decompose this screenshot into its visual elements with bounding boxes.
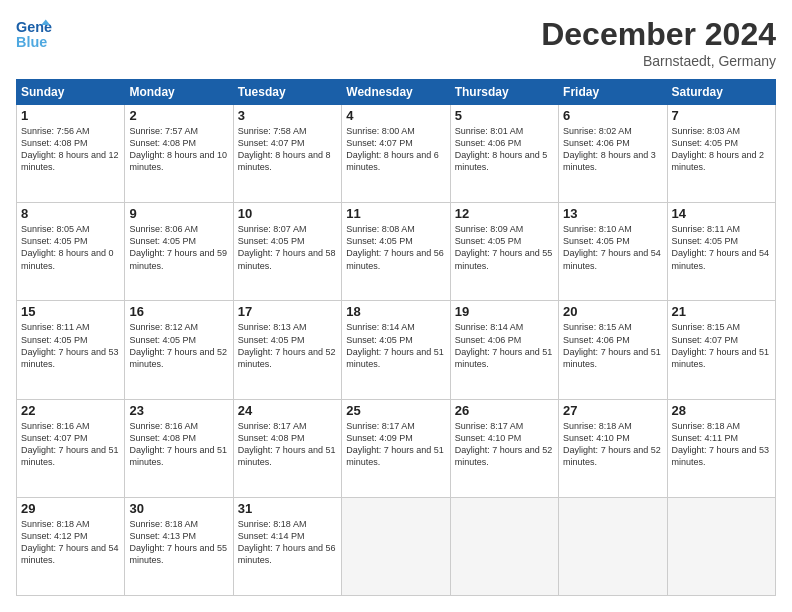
cell-content: Sunrise: 7:57 AMSunset: 4:08 PMDaylight:… [129,125,228,174]
table-row: 28Sunrise: 8:18 AMSunset: 4:11 PMDayligh… [667,399,775,497]
day-number: 27 [563,403,662,418]
cell-content: Sunrise: 8:06 AMSunset: 4:05 PMDaylight:… [129,223,228,272]
day-number: 26 [455,403,554,418]
day-number: 8 [21,206,120,221]
table-row [667,497,775,595]
table-row: 7Sunrise: 8:03 AMSunset: 4:05 PMDaylight… [667,105,775,203]
table-row: 8Sunrise: 8:05 AMSunset: 4:05 PMDaylight… [17,203,125,301]
col-wednesday: Wednesday [342,80,450,105]
cell-content: Sunrise: 8:00 AMSunset: 4:07 PMDaylight:… [346,125,445,174]
table-row: 5Sunrise: 8:01 AMSunset: 4:06 PMDaylight… [450,105,558,203]
page: General Blue December 2024 Barnstaedt, G… [0,0,792,612]
week-row: 15Sunrise: 8:11 AMSunset: 4:05 PMDayligh… [17,301,776,399]
day-number: 3 [238,108,337,123]
logo-icon: General Blue [16,16,52,52]
day-number: 1 [21,108,120,123]
table-row: 25Sunrise: 8:17 AMSunset: 4:09 PMDayligh… [342,399,450,497]
cell-content: Sunrise: 8:07 AMSunset: 4:05 PMDaylight:… [238,223,337,272]
day-number: 13 [563,206,662,221]
logo: General Blue [16,16,56,52]
table-row: 12Sunrise: 8:09 AMSunset: 4:05 PMDayligh… [450,203,558,301]
table-row: 24Sunrise: 8:17 AMSunset: 4:08 PMDayligh… [233,399,341,497]
day-number: 6 [563,108,662,123]
cell-content: Sunrise: 8:15 AMSunset: 4:07 PMDaylight:… [672,321,771,370]
table-row: 1Sunrise: 7:56 AMSunset: 4:08 PMDaylight… [17,105,125,203]
week-row: 8Sunrise: 8:05 AMSunset: 4:05 PMDaylight… [17,203,776,301]
table-row: 2Sunrise: 7:57 AMSunset: 4:08 PMDaylight… [125,105,233,203]
table-row [450,497,558,595]
day-number: 20 [563,304,662,319]
cell-content: Sunrise: 8:17 AMSunset: 4:10 PMDaylight:… [455,420,554,469]
table-row: 26Sunrise: 8:17 AMSunset: 4:10 PMDayligh… [450,399,558,497]
day-number: 16 [129,304,228,319]
table-row: 15Sunrise: 8:11 AMSunset: 4:05 PMDayligh… [17,301,125,399]
cell-content: Sunrise: 8:18 AMSunset: 4:13 PMDaylight:… [129,518,228,567]
header: General Blue December 2024 Barnstaedt, G… [16,16,776,69]
day-number: 18 [346,304,445,319]
day-number: 23 [129,403,228,418]
svg-text:Blue: Blue [16,34,47,50]
cell-content: Sunrise: 8:13 AMSunset: 4:05 PMDaylight:… [238,321,337,370]
cell-content: Sunrise: 8:18 AMSunset: 4:14 PMDaylight:… [238,518,337,567]
table-row: 11Sunrise: 8:08 AMSunset: 4:05 PMDayligh… [342,203,450,301]
table-row: 13Sunrise: 8:10 AMSunset: 4:05 PMDayligh… [559,203,667,301]
day-number: 4 [346,108,445,123]
table-row: 17Sunrise: 8:13 AMSunset: 4:05 PMDayligh… [233,301,341,399]
day-number: 10 [238,206,337,221]
day-number: 24 [238,403,337,418]
cell-content: Sunrise: 8:01 AMSunset: 4:06 PMDaylight:… [455,125,554,174]
calendar-table: Sunday Monday Tuesday Wednesday Thursday… [16,79,776,596]
day-number: 14 [672,206,771,221]
day-number: 29 [21,501,120,516]
table-row: 10Sunrise: 8:07 AMSunset: 4:05 PMDayligh… [233,203,341,301]
table-row: 14Sunrise: 8:11 AMSunset: 4:05 PMDayligh… [667,203,775,301]
col-tuesday: Tuesday [233,80,341,105]
cell-content: Sunrise: 8:12 AMSunset: 4:05 PMDaylight:… [129,321,228,370]
table-row [342,497,450,595]
cell-content: Sunrise: 8:02 AMSunset: 4:06 PMDaylight:… [563,125,662,174]
day-number: 25 [346,403,445,418]
day-number: 9 [129,206,228,221]
cell-content: Sunrise: 8:08 AMSunset: 4:05 PMDaylight:… [346,223,445,272]
cell-content: Sunrise: 8:17 AMSunset: 4:08 PMDaylight:… [238,420,337,469]
cell-content: Sunrise: 8:16 AMSunset: 4:07 PMDaylight:… [21,420,120,469]
week-row: 29Sunrise: 8:18 AMSunset: 4:12 PMDayligh… [17,497,776,595]
table-row: 20Sunrise: 8:15 AMSunset: 4:06 PMDayligh… [559,301,667,399]
col-saturday: Saturday [667,80,775,105]
table-row: 31Sunrise: 8:18 AMSunset: 4:14 PMDayligh… [233,497,341,595]
day-number: 31 [238,501,337,516]
cell-content: Sunrise: 8:03 AMSunset: 4:05 PMDaylight:… [672,125,771,174]
table-row: 19Sunrise: 8:14 AMSunset: 4:06 PMDayligh… [450,301,558,399]
table-row [559,497,667,595]
table-row: 22Sunrise: 8:16 AMSunset: 4:07 PMDayligh… [17,399,125,497]
cell-content: Sunrise: 8:14 AMSunset: 4:06 PMDaylight:… [455,321,554,370]
day-number: 22 [21,403,120,418]
day-number: 15 [21,304,120,319]
header-row: Sunday Monday Tuesday Wednesday Thursday… [17,80,776,105]
cell-content: Sunrise: 8:18 AMSunset: 4:10 PMDaylight:… [563,420,662,469]
day-number: 17 [238,304,337,319]
col-monday: Monday [125,80,233,105]
table-row: 30Sunrise: 8:18 AMSunset: 4:13 PMDayligh… [125,497,233,595]
cell-content: Sunrise: 8:15 AMSunset: 4:06 PMDaylight:… [563,321,662,370]
cell-content: Sunrise: 7:58 AMSunset: 4:07 PMDaylight:… [238,125,337,174]
cell-content: Sunrise: 8:09 AMSunset: 4:05 PMDaylight:… [455,223,554,272]
table-row: 4Sunrise: 8:00 AMSunset: 4:07 PMDaylight… [342,105,450,203]
cell-content: Sunrise: 8:17 AMSunset: 4:09 PMDaylight:… [346,420,445,469]
cell-content: Sunrise: 8:16 AMSunset: 4:08 PMDaylight:… [129,420,228,469]
month-title: December 2024 [541,16,776,53]
cell-content: Sunrise: 8:11 AMSunset: 4:05 PMDaylight:… [672,223,771,272]
col-friday: Friday [559,80,667,105]
location: Barnstaedt, Germany [541,53,776,69]
table-row: 27Sunrise: 8:18 AMSunset: 4:10 PMDayligh… [559,399,667,497]
table-row: 23Sunrise: 8:16 AMSunset: 4:08 PMDayligh… [125,399,233,497]
day-number: 30 [129,501,228,516]
cell-content: Sunrise: 8:05 AMSunset: 4:05 PMDaylight:… [21,223,120,272]
cell-content: Sunrise: 7:56 AMSunset: 4:08 PMDaylight:… [21,125,120,174]
day-number: 5 [455,108,554,123]
table-row: 21Sunrise: 8:15 AMSunset: 4:07 PMDayligh… [667,301,775,399]
cell-content: Sunrise: 8:11 AMSunset: 4:05 PMDaylight:… [21,321,120,370]
table-row: 3Sunrise: 7:58 AMSunset: 4:07 PMDaylight… [233,105,341,203]
table-row: 18Sunrise: 8:14 AMSunset: 4:05 PMDayligh… [342,301,450,399]
table-row: 29Sunrise: 8:18 AMSunset: 4:12 PMDayligh… [17,497,125,595]
